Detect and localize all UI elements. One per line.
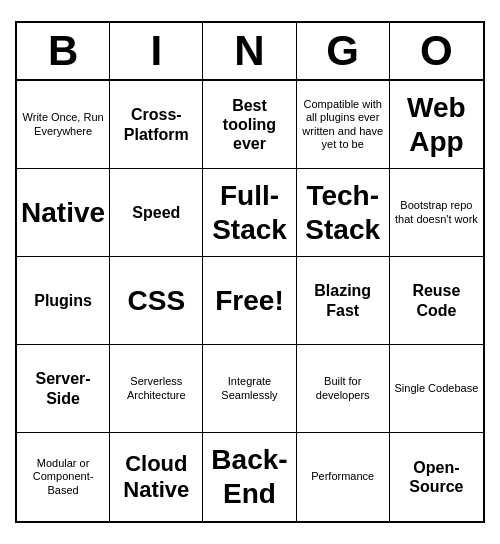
cell-text-8: Tech-Stack [301,179,385,246]
cell-text-5: Native [21,196,105,230]
cell-text-15: Server-Side [21,369,105,407]
bingo-cell-23: Performance [297,433,390,521]
bingo-grid: Write Once, Run EverywhereCross-Platform… [17,81,483,521]
cell-text-9: Bootstrap repo that doesn't work [394,199,479,225]
cell-text-24: Open-Source [394,458,479,496]
bingo-cell-17: Integrate Seamlessly [203,345,296,433]
bingo-cell-2: Best tooling ever [203,81,296,169]
bingo-cell-21: Cloud Native [110,433,203,521]
bingo-cell-19: Single Codebase [390,345,483,433]
bingo-cell-8: Tech-Stack [297,169,390,257]
bingo-card: BINGO Write Once, Run EverywhereCross-Pl… [15,21,485,523]
bingo-cell-16: Serverless Architecture [110,345,203,433]
cell-text-23: Performance [311,470,374,483]
bingo-cell-6: Speed [110,169,203,257]
bingo-letter-i: I [110,23,203,79]
cell-text-1: Cross-Platform [114,105,198,143]
bingo-cell-22: Back-End [203,433,296,521]
cell-text-13: Blazing Fast [301,281,385,319]
bingo-cell-1: Cross-Platform [110,81,203,169]
bingo-cell-9: Bootstrap repo that doesn't work [390,169,483,257]
cell-text-19: Single Codebase [394,382,478,395]
cell-text-7: Full-Stack [207,179,291,246]
cell-text-17: Integrate Seamlessly [207,375,291,401]
bingo-cell-14: Reuse Code [390,257,483,345]
cell-text-11: CSS [128,284,186,318]
cell-text-6: Speed [132,203,180,222]
bingo-cell-24: Open-Source [390,433,483,521]
bingo-cell-15: Server-Side [17,345,110,433]
cell-text-3: Compatible with all plugins ever written… [301,98,385,151]
cell-text-21: Cloud Native [114,451,198,504]
cell-text-12: Free! [215,284,283,318]
bingo-letter-b: B [17,23,110,79]
bingo-cell-18: Built for developers [297,345,390,433]
bingo-cell-13: Blazing Fast [297,257,390,345]
bingo-cell-0: Write Once, Run Everywhere [17,81,110,169]
cell-text-4: Web App [394,91,479,158]
bingo-letter-n: N [203,23,296,79]
bingo-cell-3: Compatible with all plugins ever written… [297,81,390,169]
cell-text-20: Modular or Component-Based [21,457,105,497]
bingo-cell-10: Plugins [17,257,110,345]
bingo-letter-o: O [390,23,483,79]
cell-text-22: Back-End [207,443,291,510]
cell-text-16: Serverless Architecture [114,375,198,401]
bingo-cell-11: CSS [110,257,203,345]
cell-text-2: Best tooling ever [207,96,291,154]
bingo-cell-5: Native [17,169,110,257]
cell-text-0: Write Once, Run Everywhere [21,111,105,137]
bingo-cell-12: Free! [203,257,296,345]
cell-text-10: Plugins [34,291,92,310]
bingo-cell-7: Full-Stack [203,169,296,257]
bingo-cell-4: Web App [390,81,483,169]
bingo-cell-20: Modular or Component-Based [17,433,110,521]
bingo-header: BINGO [17,23,483,81]
bingo-letter-g: G [297,23,390,79]
cell-text-14: Reuse Code [394,281,479,319]
cell-text-18: Built for developers [301,375,385,401]
